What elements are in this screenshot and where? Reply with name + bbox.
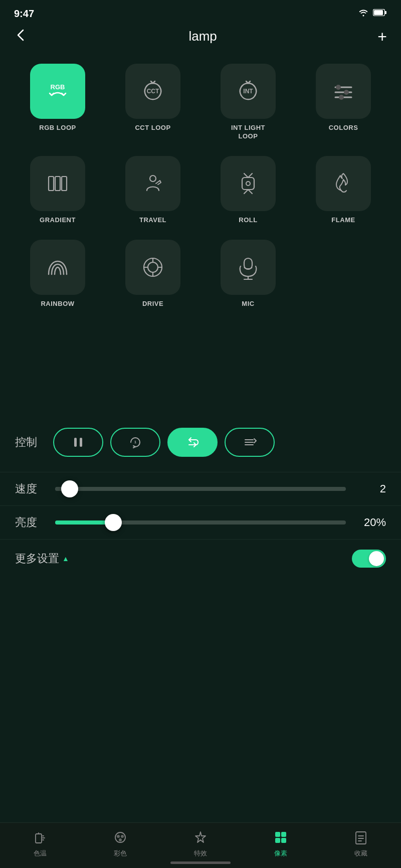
mode-icon-flame xyxy=(316,156,371,211)
more-settings-toggle[interactable] xyxy=(352,550,386,568)
controls-row: 控制 1 xyxy=(15,428,386,457)
svg-rect-43 xyxy=(356,832,366,844)
brightness-slider[interactable] xyxy=(55,520,346,525)
back-button[interactable] xyxy=(14,28,28,45)
status-time: 9:47 xyxy=(14,8,34,20)
status-bar: 9:47 xyxy=(0,0,401,24)
nav-item-cct[interactable]: 色温 xyxy=(32,829,49,858)
mode-icon-colors xyxy=(316,64,371,119)
add-button[interactable]: + xyxy=(377,29,387,45)
speed-row: 速度 2 xyxy=(0,472,401,505)
home-indicator xyxy=(170,861,231,864)
mode-item-gradient[interactable]: GRADIENT xyxy=(10,150,105,234)
nav-label-cct: 色温 xyxy=(34,849,47,858)
favorites-icon xyxy=(352,829,369,846)
svg-rect-13 xyxy=(49,177,54,191)
mode-label-drive: DRIVE xyxy=(142,300,163,308)
svg-rect-15 xyxy=(62,177,67,191)
nav-item-pixel[interactable]: 像素 xyxy=(272,829,289,858)
mode-item-mic[interactable]: MIC xyxy=(200,234,296,317)
more-settings-label: 更多设置 ▲ xyxy=(15,551,69,566)
svg-rect-30 xyxy=(36,834,42,843)
mode-label-rgb-loop: RGB LOOP xyxy=(39,124,76,132)
pixel-icon xyxy=(272,829,289,846)
loop-button[interactable] xyxy=(167,428,218,457)
brightness-thumb[interactable] xyxy=(105,514,122,531)
toggle-thumb xyxy=(369,551,384,566)
svg-rect-14 xyxy=(55,177,60,191)
mode-item-drive[interactable]: DRIVE xyxy=(105,234,200,317)
mode-label-flame: FLAME xyxy=(331,216,355,225)
wifi-icon xyxy=(358,9,369,19)
brightness-row: 亮度 20% xyxy=(0,505,401,539)
svg-text:CCT: CCT xyxy=(147,88,159,95)
mode-label-int-light-loop: INT LIGHT LOOP xyxy=(231,124,265,141)
battery-icon xyxy=(373,9,387,18)
brightness-label: 亮度 xyxy=(15,515,45,530)
playback-buttons: 1 xyxy=(53,428,275,457)
brightness-value: 20% xyxy=(356,516,386,529)
mode-label-cct-loop: CCT LOOP xyxy=(135,124,170,132)
svg-rect-40 xyxy=(281,832,286,837)
header: lamp + xyxy=(0,24,401,53)
mode-item-int-light-loop[interactable]: INT INT LIGHT LOOP xyxy=(200,58,296,150)
mode-icon-gradient xyxy=(30,156,85,211)
home-indicator-wrap xyxy=(0,857,401,864)
mode-icon-int-light-loop: INT xyxy=(221,64,276,119)
mode-icon-travel xyxy=(125,156,180,211)
svg-point-12 xyxy=(339,95,344,100)
mode-item-travel[interactable]: TRAVEL xyxy=(105,150,200,234)
effects-icon xyxy=(192,829,209,846)
speed-label: 速度 xyxy=(15,481,45,496)
svg-rect-39 xyxy=(275,832,280,837)
svg-text:1: 1 xyxy=(134,440,137,444)
mode-icon-rgb-loop: RGB xyxy=(30,64,85,119)
order-button[interactable] xyxy=(225,428,275,457)
nav-label-effects: 特效 xyxy=(194,849,207,858)
mode-item-roll[interactable]: ROLL xyxy=(200,150,296,234)
speed-thumb[interactable] xyxy=(61,480,78,497)
status-icons xyxy=(358,9,387,19)
color-icon xyxy=(112,829,129,846)
mode-label-rainbow: RAINBOW xyxy=(41,300,74,308)
mode-label-gradient: GRADIENT xyxy=(40,216,76,225)
svg-rect-24 xyxy=(74,438,77,447)
svg-text:INT: INT xyxy=(243,88,253,95)
speed-value: 2 xyxy=(356,482,386,495)
mode-label-mic: MIC xyxy=(242,300,254,308)
nav-item-favorites[interactable]: 收藏 xyxy=(352,829,369,858)
svg-rect-41 xyxy=(275,838,280,843)
mode-label-travel: TRAVEL xyxy=(139,216,166,225)
more-settings-row: 更多设置 ▲ xyxy=(0,539,401,578)
mode-item-rainbow[interactable]: RAINBOW xyxy=(10,234,105,317)
svg-rect-25 xyxy=(80,438,82,447)
svg-point-38 xyxy=(119,838,122,841)
mode-item-rgb-loop[interactable]: RGB RGB LOOP xyxy=(10,58,105,150)
svg-rect-42 xyxy=(281,838,286,843)
svg-rect-21 xyxy=(244,258,252,269)
cct-icon xyxy=(32,829,49,846)
nav-label-color: 彩色 xyxy=(114,849,127,858)
mode-item-colors[interactable]: COLORS xyxy=(296,58,391,150)
mode-icon-drive xyxy=(125,240,180,295)
svg-point-20 xyxy=(148,262,158,272)
mode-item-flame[interactable]: FLAME xyxy=(296,150,391,234)
svg-point-11 xyxy=(344,90,349,95)
mode-icon-cct-loop: CCT xyxy=(125,64,180,119)
pause-button[interactable] xyxy=(53,428,103,457)
svg-rect-2 xyxy=(385,11,386,14)
nav-item-effects[interactable]: 特效 xyxy=(192,829,209,858)
svg-point-36 xyxy=(117,835,120,838)
svg-rect-1 xyxy=(374,10,383,15)
controls-section: 控制 1 xyxy=(0,418,401,472)
speed-slider[interactable] xyxy=(55,487,346,491)
mode-label-roll: ROLL xyxy=(239,216,257,225)
single-loop-button[interactable]: 1 xyxy=(110,428,160,457)
mode-icon-rainbow xyxy=(30,240,85,295)
svg-point-16 xyxy=(150,176,156,182)
mode-grid: RGB RGB LOOP CCT CCT LOOP xyxy=(0,53,401,317)
nav-item-color[interactable]: 彩色 xyxy=(112,829,129,858)
mode-item-cct-loop[interactable]: CCT CCT LOOP xyxy=(105,58,200,150)
svg-point-37 xyxy=(121,835,124,838)
svg-text:RGB: RGB xyxy=(51,83,65,91)
